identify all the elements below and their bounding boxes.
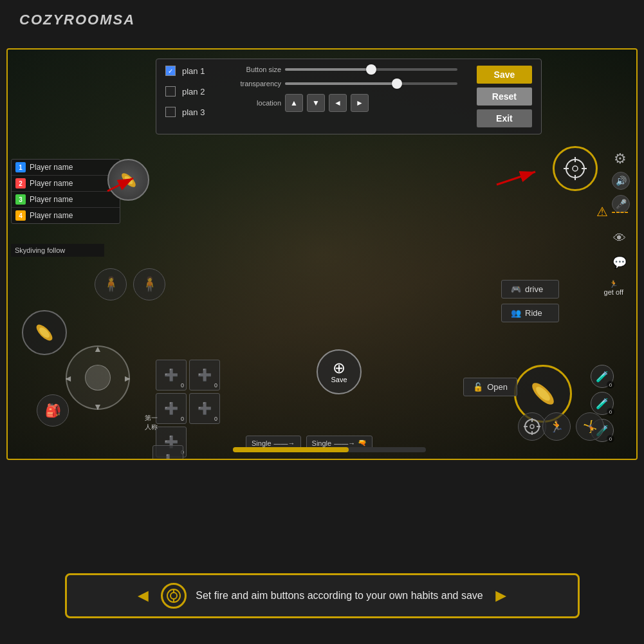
action-buttons-group: Save Reset Exit (477, 66, 532, 127)
location-up-btn[interactable]: ▲ (285, 94, 303, 112)
player-list: 1 Player name 2 Player name 3 Player nam… (11, 159, 120, 224)
banner-left-arrow: ◄ (134, 585, 152, 606)
transparency-slider-row: transparency (230, 80, 457, 87)
inv-icon-3: ➕ (164, 401, 178, 416)
ride-button[interactable]: 👥 Ride (501, 304, 559, 322)
get-off-icon: 🏃 (604, 280, 623, 288)
location-down-btn[interactable]: ▼ (307, 94, 325, 112)
joystick-left-arrow: ◄ (64, 373, 73, 383)
med-item-2[interactable]: 🧪 0 (591, 392, 614, 415)
ride-label: Ride (525, 308, 542, 318)
transparency-track[interactable] (285, 82, 457, 85)
inv-count-3: 0 (181, 416, 184, 422)
plan1-checkbox[interactable] (165, 66, 176, 76)
bullet-fire-icon (524, 374, 562, 413)
aim-circle[interactable] (553, 146, 598, 191)
watermark: COZYROOMSA (19, 12, 135, 28)
person-icon-area: 🧍 🧍 (95, 268, 165, 300)
player-num-1: 1 (15, 162, 26, 172)
plan1-label: plan 1 (182, 66, 214, 76)
person-icon-2[interactable]: 🧍 (133, 268, 165, 300)
bullet-circle-bottom[interactable] (22, 310, 67, 355)
crosshair-icon (562, 156, 588, 181)
button-size-thumb[interactable] (366, 64, 376, 75)
bullet-circle-top[interactable] (107, 159, 149, 201)
speaker-icon-btn[interactable]: 🔊 (612, 172, 630, 190)
weapon-slot-2-arrow: ——→ (334, 439, 355, 447)
player-item-3[interactable]: 3 Player name (12, 192, 120, 208)
game-area: plan 1 plan 2 plan 3 Button size (6, 48, 638, 460)
progress-bar-area (233, 447, 426, 452)
med-item-1[interactable]: 🧪 0 (591, 365, 614, 388)
first-person-label: 第一人称 (145, 414, 158, 432)
drive-button[interactable]: 🎮 drive (501, 280, 559, 299)
banner-right-arrow: ► (492, 585, 510, 606)
player-name-3: Player name (30, 195, 73, 204)
bottom-person-icons: 🏃 🤸 (542, 412, 604, 441)
plan2-checkbox[interactable] (165, 86, 176, 97)
inventory-grid: ➕ 0 ➕ 0 ➕ 0 ➕ 0 ➕ 0 (156, 360, 220, 457)
button-size-label: Button size (230, 66, 281, 73)
inv-item-3[interactable]: ➕ 0 (156, 393, 187, 424)
inv-item-1[interactable]: ➕ 0 (156, 360, 187, 391)
plan3-label: plan 3 (182, 107, 214, 117)
inv-icon-2: ➕ (198, 368, 212, 382)
player-item-1[interactable]: 1 Player name (12, 160, 120, 176)
prone-icon-btn[interactable]: 🤸 (576, 412, 604, 441)
plan1-row: plan 1 (165, 66, 217, 76)
inv-single-item[interactable]: ➕ 0 (152, 445, 183, 460)
save-plus-icon: ⊕ (333, 360, 345, 376)
get-off-button[interactable]: 🏃 get off (604, 280, 623, 296)
inv-item-2[interactable]: ➕ 0 (189, 360, 220, 391)
inv-single-bottom: ➕ 0 (152, 445, 183, 460)
reset-button[interactable]: Reset (477, 87, 532, 106)
player-item-2[interactable]: 2 Player name (12, 176, 120, 192)
bullet-icon-bottom (30, 318, 59, 347)
transparency-thumb[interactable] (392, 78, 402, 89)
inv-count-1: 0 (181, 382, 184, 389)
exit-button[interactable]: Exit (477, 109, 532, 127)
save-center-button[interactable]: ⊕ Save (317, 349, 362, 394)
player-num-4: 4 (15, 210, 26, 221)
save-button[interactable]: Save (477, 66, 532, 84)
warning-sign: ⚠ ---- (596, 204, 629, 219)
gear-icon[interactable]: ⚙ (611, 149, 630, 169)
vehicle-buttons: 🎮 drive 👥 Ride (501, 280, 559, 322)
get-off-label: get off (604, 288, 623, 296)
ride-icon: 👥 (511, 308, 521, 318)
plan2-row: plan 2 (165, 86, 217, 97)
inv-count-4: 0 (214, 416, 217, 422)
eye-icon[interactable]: 👁 (609, 228, 630, 248)
svg-point-22 (170, 593, 177, 599)
location-right-btn[interactable]: ► (351, 94, 369, 112)
svg-point-4 (566, 160, 584, 178)
player-item-4[interactable]: 4 Player name (12, 208, 120, 223)
weapon-slot-1-arrow: ——→ (274, 439, 295, 447)
joystick-right-arrow: ► (123, 373, 132, 383)
inv-single-icon: ➕ (161, 454, 175, 460)
inv-icon-4: ➕ (198, 401, 212, 416)
open-icon: 🔓 (473, 382, 483, 392)
svg-point-5 (573, 166, 578, 171)
joystick-up-arrow: ▲ (93, 344, 102, 354)
svg-point-13 (530, 425, 534, 428)
inv-item-4[interactable]: ➕ 0 (189, 393, 220, 424)
location-left-btn[interactable]: ◄ (329, 94, 347, 112)
med-count-3: 0 (607, 435, 614, 443)
button-size-fill (285, 68, 371, 71)
plan3-checkbox[interactable] (165, 107, 176, 117)
person-icon-1[interactable]: 🧍 (95, 268, 127, 300)
crouch-icon-btn[interactable]: 🏃 (542, 412, 571, 441)
chat-icon[interactable]: 💬 (609, 252, 630, 273)
joystick-down-arrow: ▼ (93, 401, 102, 412)
bullet-icon-top (116, 167, 142, 193)
player-name-2: Player name (30, 179, 73, 188)
scope-icon (523, 418, 541, 436)
bottom-banner: ◄ Set fire and aim buttons according to … (65, 573, 580, 618)
button-size-track[interactable] (285, 68, 457, 71)
progress-fill (233, 447, 349, 452)
plan3-row: plan 3 (165, 107, 217, 117)
location-row: location ▲ ▼ ◄ ► (230, 94, 457, 112)
open-button[interactable]: 🔓 Open (463, 378, 517, 396)
settings-panel: plan 1 plan 2 plan 3 Button size (156, 59, 542, 134)
